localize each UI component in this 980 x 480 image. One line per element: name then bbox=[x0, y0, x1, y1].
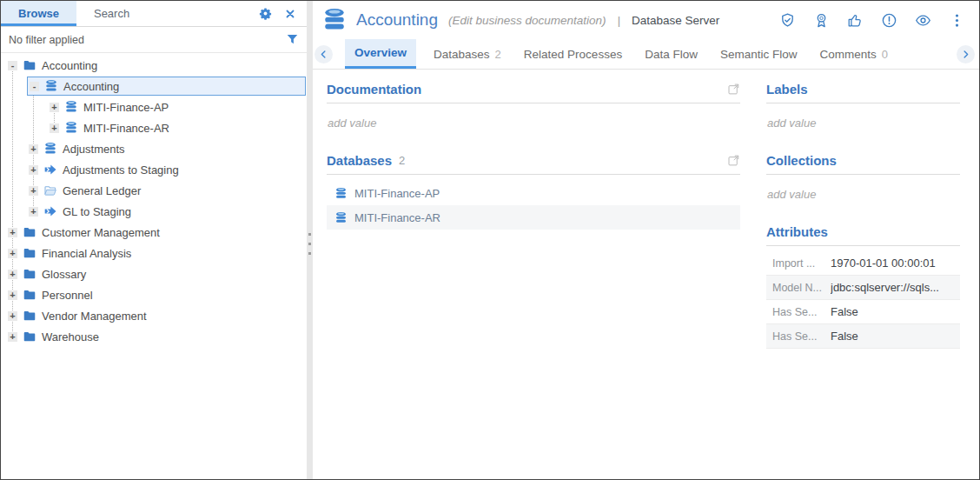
side-column: Labels add value Collections add value A… bbox=[766, 82, 960, 479]
tree-item-vendor-management[interactable]: + Vendor Management bbox=[1, 305, 307, 326]
attribute-label: Import ... bbox=[766, 257, 831, 270]
documentation-add-value[interactable]: add value bbox=[327, 103, 740, 130]
attribute-row: Has Se... False bbox=[766, 324, 960, 349]
database-list: MITI-Finance-AP MITI-Finance-AR bbox=[327, 181, 740, 230]
gear-icon[interactable] bbox=[259, 7, 272, 20]
chevron-left-icon bbox=[318, 49, 329, 60]
tree-expander[interactable]: + bbox=[29, 186, 38, 196]
tree-item-personnel[interactable]: + Personnel bbox=[1, 284, 307, 305]
attribute-label: Model N... bbox=[766, 282, 831, 294]
database-icon bbox=[64, 121, 78, 135]
tree-expander[interactable]: + bbox=[8, 311, 17, 321]
tree-expander[interactable]: + bbox=[29, 165, 38, 175]
database-name: MITI-Finance-AP bbox=[354, 187, 440, 200]
browser-tools bbox=[259, 1, 307, 26]
database-name: MITI-Finance-AR bbox=[354, 211, 440, 224]
tab-count: 0 bbox=[882, 48, 888, 61]
folder-icon bbox=[23, 267, 36, 281]
close-icon[interactable] bbox=[285, 9, 295, 19]
attribute-value: 1970-01-01 00:00:01 bbox=[831, 257, 960, 270]
tree-expander[interactable]: + bbox=[8, 290, 17, 300]
edit-documentation-link[interactable]: (Edit business documentation) bbox=[448, 14, 606, 27]
browser-tabbar: Browse Search bbox=[1, 1, 307, 27]
database-list-item[interactable]: MITI-Finance-AR bbox=[327, 205, 740, 230]
certification-icon[interactable] bbox=[813, 12, 830, 29]
tree-expander[interactable]: + bbox=[50, 123, 59, 133]
tabs-scroll-right-button[interactable] bbox=[957, 45, 975, 63]
section-title: Labels bbox=[766, 82, 808, 97]
open-external-icon[interactable] bbox=[727, 83, 740, 96]
databases-section: Databases 2 MITI-Finance-AP MITI-Finance… bbox=[327, 153, 740, 230]
tab-comments[interactable]: Comments0 bbox=[814, 39, 893, 69]
tab-related-processes[interactable]: Related Processes bbox=[519, 39, 627, 69]
process-arrow-icon bbox=[43, 204, 57, 218]
tree-item-miti-finance-ap[interactable]: + MITI-Finance-AP bbox=[1, 97, 307, 117]
tree-expander[interactable]: - bbox=[30, 82, 39, 91]
folder-icon bbox=[23, 58, 36, 72]
folder-icon bbox=[23, 246, 36, 260]
detail-tabbar: Overview Databases2 Related Processes Da… bbox=[313, 39, 979, 70]
tree-item-financial-analysis[interactable]: + Financial Analysis bbox=[1, 243, 307, 263]
tree-item-label: Customer Management bbox=[42, 226, 160, 239]
main-column: Documentation add value Databases 2 bbox=[327, 82, 740, 479]
tree-expander[interactable]: + bbox=[8, 270, 17, 279]
tab-semantic-flow[interactable]: Semantic Flow bbox=[715, 39, 803, 69]
attribute-row: Import ... 1970-01-01 00:00:01 bbox=[766, 251, 960, 276]
more-menu-icon[interactable] bbox=[949, 12, 965, 29]
folder-icon bbox=[23, 330, 36, 343]
shield-check-icon[interactable] bbox=[779, 12, 796, 29]
tree-item-adjustments-to-staging[interactable]: + Adjustments to Staging bbox=[1, 159, 307, 180]
open-external-icon[interactable] bbox=[727, 154, 740, 167]
tree-item-glossary[interactable]: + Glossary bbox=[1, 263, 307, 284]
tree-item-accounting-server[interactable]: - Accounting bbox=[27, 77, 306, 96]
filter-icon[interactable] bbox=[286, 33, 299, 46]
tab-overview[interactable]: Overview bbox=[345, 39, 416, 69]
tree-item-adjustments[interactable]: + Adjustments bbox=[1, 138, 307, 159]
open-folder-icon bbox=[43, 183, 57, 197]
tree-item-label: Accounting bbox=[63, 80, 119, 93]
tree-expander[interactable]: + bbox=[29, 207, 38, 217]
tree-item-label: Adjustments bbox=[63, 143, 125, 156]
section-title: Collections bbox=[766, 153, 837, 168]
tree-item-label: General Ledger bbox=[63, 184, 141, 197]
tab-label: Data Flow bbox=[645, 48, 698, 61]
tree-item-label: MITI-Finance-AR bbox=[83, 122, 169, 135]
tree-expander[interactable]: + bbox=[8, 249, 17, 258]
tab-browse[interactable]: Browse bbox=[1, 1, 76, 26]
tree-item-gl-to-staging[interactable]: + GL to Staging bbox=[1, 201, 307, 222]
folder-icon bbox=[23, 288, 36, 302]
tree-item-warehouse[interactable]: + Warehouse bbox=[1, 326, 307, 347]
tree-expander[interactable]: + bbox=[8, 228, 17, 237]
collections-add-value[interactable]: add value bbox=[766, 175, 960, 201]
labels-section: Labels add value bbox=[766, 82, 960, 130]
watch-eye-icon[interactable] bbox=[915, 12, 931, 29]
database-icon bbox=[64, 100, 78, 114]
tree-item-accounting-folder[interactable]: - Accounting bbox=[1, 55, 307, 76]
overview-content: Documentation add value Databases 2 bbox=[313, 70, 979, 479]
object-tree: - Accounting - Accounting + MITI-Finance… bbox=[1, 53, 307, 479]
tree-item-miti-finance-ar[interactable]: + MITI-Finance-AR bbox=[1, 117, 307, 138]
database-icon bbox=[334, 211, 348, 224]
tab-databases[interactable]: Databases2 bbox=[428, 39, 507, 69]
tree-expander[interactable]: + bbox=[50, 103, 59, 112]
collections-section: Collections add value bbox=[766, 153, 960, 201]
tab-data-flow[interactable]: Data Flow bbox=[639, 39, 703, 69]
endorse-thumbs-up-icon[interactable] bbox=[847, 12, 864, 29]
attribute-label: Has Se... bbox=[766, 330, 831, 343]
detail-panel: Accounting (Edit business documentation)… bbox=[313, 1, 979, 479]
panel-splitter[interactable] bbox=[307, 1, 313, 479]
tab-count: 2 bbox=[495, 48, 501, 61]
tree-item-general-ledger[interactable]: + General Ledger bbox=[1, 180, 307, 201]
attribute-value: False bbox=[831, 330, 960, 343]
object-type-label: Database Server bbox=[632, 14, 719, 27]
tree-expander[interactable]: + bbox=[8, 332, 17, 342]
tree-item-customer-management[interactable]: + Customer Management bbox=[1, 222, 307, 243]
tree-expander[interactable]: + bbox=[29, 144, 38, 154]
tab-search[interactable]: Search bbox=[76, 1, 147, 26]
tabs-scroll-left-button[interactable] bbox=[315, 45, 333, 63]
folder-icon bbox=[23, 225, 36, 239]
database-list-item[interactable]: MITI-Finance-AP bbox=[327, 181, 740, 205]
warning-icon[interactable] bbox=[881, 12, 897, 29]
tree-expander[interactable]: - bbox=[8, 61, 17, 70]
labels-add-value[interactable]: add value bbox=[766, 103, 960, 130]
